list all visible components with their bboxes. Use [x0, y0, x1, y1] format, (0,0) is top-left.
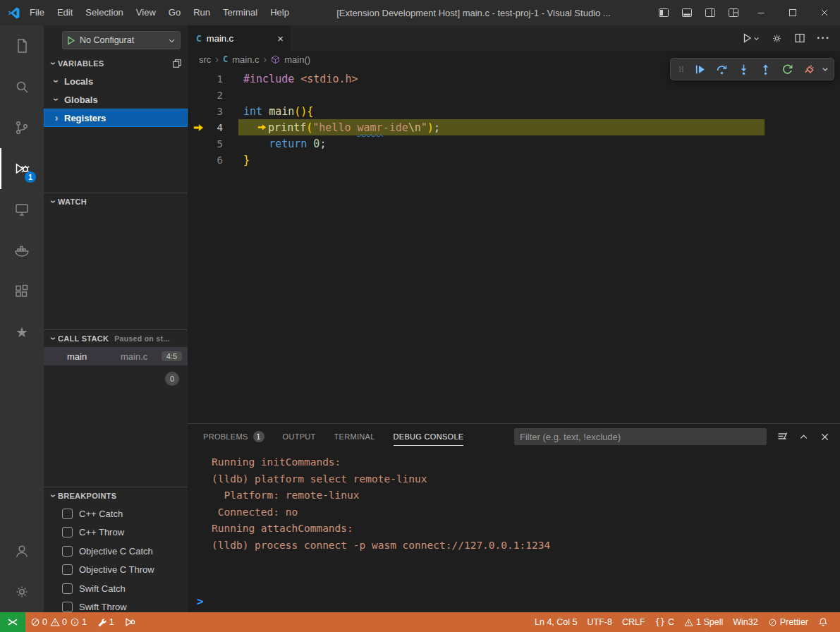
- customize-layout-icon[interactable]: [722, 0, 745, 25]
- code-line-3[interactable]: 3int main(){: [188, 103, 840, 119]
- panel-tab-problems[interactable]: PROBLEMS1: [203, 424, 264, 449]
- start-debug-icon[interactable]: [67, 36, 75, 45]
- breakpoint-c-catch[interactable]: C++ Catch: [44, 504, 188, 523]
- disconnect-icon[interactable]: [798, 60, 820, 78]
- breakpoint-objective-c-catch[interactable]: Objective C Catch: [44, 542, 188, 561]
- debug-console-output[interactable]: Running initCommands:(lldb) platform sel…: [188, 449, 840, 612]
- tab-main-c[interactable]: C main.c: [188, 25, 291, 51]
- minimize-button[interactable]: [745, 0, 777, 25]
- docker-icon[interactable]: [0, 230, 44, 271]
- clear-console-icon[interactable]: [777, 431, 788, 442]
- language-mode[interactable]: C: [650, 617, 679, 627]
- run-and-debug-icon[interactable]: 1: [0, 148, 44, 189]
- tab-close-icon[interactable]: [277, 33, 284, 44]
- toggle-sidebar-icon[interactable]: [652, 0, 675, 25]
- debug-status[interactable]: [119, 612, 140, 632]
- console-prompt[interactable]: >: [197, 595, 204, 608]
- remote-indicator[interactable]: [0, 612, 25, 632]
- current-frame-arrow-icon[interactable]: [188, 123, 209, 132]
- panel-tab-terminal[interactable]: TERMINAL: [334, 424, 375, 449]
- line-number[interactable]: 2: [209, 90, 223, 101]
- breakpoint-checkbox[interactable]: [62, 564, 73, 575]
- explorer-icon[interactable]: [0, 25, 44, 66]
- panel-tab-output[interactable]: OUTPUT: [283, 424, 316, 449]
- close-panel-icon[interactable]: [820, 432, 830, 442]
- breadcrumb-src[interactable]: src: [199, 54, 211, 65]
- drag-grip-icon[interactable]: [674, 60, 688, 78]
- remote-explorer-icon[interactable]: [0, 189, 44, 230]
- step-into-icon[interactable]: [733, 60, 754, 78]
- menu-help[interactable]: Help: [264, 0, 296, 25]
- spell-status[interactable]: 1 Spell: [679, 617, 728, 627]
- breakpoint-checkbox[interactable]: [62, 527, 73, 537]
- breakpoint-swift-catch[interactable]: Swift Catch: [44, 579, 188, 598]
- collapse-panel-icon[interactable]: [798, 432, 809, 442]
- settings-gear-icon[interactable]: [0, 571, 44, 612]
- breakpoints-header[interactable]: BREAKPOINTS: [44, 487, 188, 504]
- toggle-panel-icon[interactable]: [675, 0, 698, 25]
- variables-header[interactable]: VARIABLES: [44, 55, 188, 72]
- maximize-button[interactable]: [777, 0, 808, 25]
- variables-item-registers[interactable]: Registers: [44, 109, 188, 127]
- menu-terminal[interactable]: Terminal: [217, 0, 264, 25]
- platform-status[interactable]: Win32: [728, 617, 762, 627]
- line-number[interactable]: 3: [209, 106, 223, 117]
- line-number[interactable]: 6: [209, 154, 223, 166]
- formatter-status[interactable]: Prettier: [763, 617, 813, 627]
- breadcrumb-file[interactable]: main.c: [232, 54, 259, 65]
- toolchain-status[interactable]: 1: [92, 612, 119, 632]
- line-number[interactable]: 5: [209, 138, 223, 150]
- breakpoint-checkbox[interactable]: [62, 546, 73, 557]
- more-actions-icon[interactable]: [817, 32, 830, 44]
- favorites-icon[interactable]: [0, 312, 44, 353]
- chevron-down-icon[interactable]: [820, 66, 830, 73]
- close-button[interactable]: [808, 0, 840, 25]
- code-text[interactable]: printf("hello wamr-ide\n");: [238, 119, 765, 135]
- menu-edit[interactable]: Edit: [51, 0, 79, 25]
- watch-header[interactable]: WATCH: [44, 193, 188, 210]
- variables-item-locals[interactable]: Locals: [44, 72, 188, 90]
- extensions-icon[interactable]: [0, 271, 44, 312]
- encoding-status[interactable]: UTF-8: [582, 617, 616, 627]
- console-filter-input[interactable]: [514, 428, 767, 445]
- menu-go[interactable]: Go: [162, 0, 187, 25]
- step-over-icon[interactable]: [711, 60, 732, 78]
- gear-icon[interactable]: [771, 32, 783, 44]
- eol-status[interactable]: CRLF: [617, 617, 650, 627]
- code-text[interactable]: }: [238, 152, 250, 168]
- code-line-5[interactable]: 5 return 0;: [188, 135, 840, 152]
- code-line-6[interactable]: 6}: [188, 152, 840, 168]
- breakpoint-objective-c-throw[interactable]: Objective C Throw: [44, 561, 188, 580]
- step-out-icon[interactable]: [755, 60, 776, 78]
- collapse-all-icon[interactable]: [172, 59, 182, 68]
- restart-icon[interactable]: [777, 60, 798, 78]
- launch-config-dropdown[interactable]: No Configurat: [62, 31, 181, 49]
- code-text[interactable]: [238, 87, 243, 103]
- problems-status[interactable]: 0 0 1: [25, 612, 92, 632]
- breakpoint-c-throw[interactable]: C++ Throw: [44, 523, 188, 542]
- code-text[interactable]: int main(){: [238, 103, 313, 119]
- continue-icon[interactable]: [689, 60, 710, 78]
- breakpoint-checkbox[interactable]: [62, 583, 73, 594]
- variables-item-globals[interactable]: Globals: [44, 90, 188, 109]
- panel-tab-debug-console[interactable]: DEBUG CONSOLE: [394, 424, 464, 449]
- code-text[interactable]: #include <stdio.h>: [238, 71, 358, 87]
- cursor-position[interactable]: Ln 4, Col 5: [530, 617, 582, 627]
- line-number[interactable]: 1: [209, 73, 223, 85]
- breakpoint-checkbox[interactable]: [62, 602, 73, 612]
- menu-run[interactable]: Run: [187, 0, 217, 25]
- toggle-secondary-sidebar-icon[interactable]: [698, 0, 722, 25]
- code-line-4[interactable]: 4 printf("hello wamr-ide\n");: [188, 119, 840, 135]
- breadcrumb-symbol[interactable]: main(): [284, 54, 310, 65]
- menu-selection[interactable]: Selection: [79, 0, 129, 25]
- account-icon[interactable]: [0, 530, 44, 571]
- code-editor[interactable]: 1#include <stdio.h>23int main(){4 printf…: [188, 68, 840, 423]
- run-or-debug-icon[interactable]: [741, 32, 760, 44]
- menu-view[interactable]: View: [130, 0, 162, 25]
- code-line-2[interactable]: 2: [188, 87, 840, 103]
- breakpoint-swift-throw[interactable]: Swift Throw: [44, 598, 188, 613]
- split-editor-icon[interactable]: [794, 32, 805, 44]
- notifications-bell-icon[interactable]: [813, 617, 833, 627]
- call-stack-header[interactable]: CALL STACK Paused on st...: [44, 330, 188, 347]
- search-icon[interactable]: [0, 66, 44, 107]
